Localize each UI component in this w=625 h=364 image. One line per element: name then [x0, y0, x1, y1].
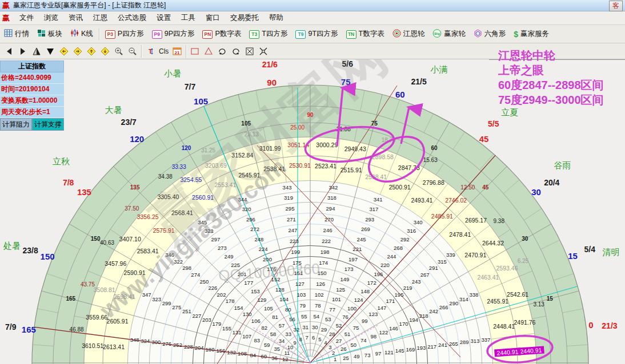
svg-text:323: 323 — [152, 296, 161, 302]
menu-trade-order[interactable]: 交易委托 — [225, 12, 264, 24]
svg-text:立秋: 立秋 — [53, 156, 70, 166]
svg-text:45: 45 — [479, 134, 489, 144]
tool-zoom-in[interactable] — [113, 45, 125, 58]
menu-formula-stock-pick[interactable]: 公式选股 — [113, 12, 151, 24]
svg-text:156: 156 — [216, 347, 225, 354]
svg-text:244: 244 — [387, 253, 396, 260]
svg-text:36: 36 — [271, 355, 278, 361]
toolbar-hexagon[interactable]: 六角形 — [470, 27, 510, 41]
menu-news[interactable]: 资讯 — [63, 12, 88, 24]
toolbar-p-number-table[interactable]: PNP数字表 — [198, 27, 245, 41]
svg-text:12.50: 12.50 — [460, 184, 475, 191]
svg-text:202: 202 — [217, 292, 226, 298]
svg-text:90: 90 — [267, 78, 277, 87]
hexagon-label: 六角形 — [484, 29, 506, 39]
tool-shift-right[interactable] — [71, 45, 84, 58]
tool-nav-left[interactable] — [3, 45, 15, 58]
svg-text:129: 129 — [257, 297, 266, 303]
svg-text:273: 273 — [218, 245, 227, 251]
tool-rotate-cw[interactable] — [216, 45, 229, 58]
svg-text:194: 194 — [409, 317, 418, 323]
toolbar-kline[interactable]: K线 — [66, 27, 97, 41]
toolbar-gann-wheel[interactable]: 江恩轮 — [388, 27, 429, 41]
toolbar-t-number-table[interactable]: TNT数字表 — [342, 27, 388, 41]
svg-text:296: 296 — [246, 216, 255, 223]
toolbar-sectors[interactable]: 板块 — [33, 27, 66, 41]
tool-draw-rect[interactable] — [189, 45, 201, 58]
toolbar-t-square[interactable]: T3T四方形 — [245, 27, 291, 41]
9t-square-icon: T9 — [295, 30, 306, 39]
menu-file[interactable]: 文件 — [14, 12, 39, 24]
tool-nav-right[interactable] — [17, 45, 29, 58]
svg-text:75: 75 — [371, 120, 378, 127]
svg-text:125: 125 — [336, 286, 345, 293]
tool-cls[interactable]: Cls — [157, 47, 170, 55]
svg-text:30: 30 — [531, 187, 541, 197]
sectors-icon — [37, 29, 46, 39]
svg-text:203: 203 — [202, 317, 211, 323]
svg-text:338: 338 — [469, 292, 478, 298]
svg-text:217: 217 — [427, 343, 436, 350]
svg-text:12: 12 — [282, 356, 289, 362]
toolbar-p-square[interactable]: P3P四方形 — [101, 27, 148, 41]
t-number-table-icon: TN — [346, 30, 356, 39]
tool-contract[interactable] — [257, 45, 270, 58]
menu-gann[interactable]: 江恩 — [88, 12, 113, 24]
svg-text:2448.41: 2448.41 — [493, 323, 515, 330]
tool-expand[interactable] — [243, 45, 256, 58]
svg-text:2746.02: 2746.02 — [445, 197, 467, 204]
svg-text:275: 275 — [172, 304, 181, 310]
svg-text:228: 228 — [184, 343, 193, 350]
index-info-row-0: 价格=2440.9099 — [0, 72, 64, 84]
svg-text:120: 120 — [182, 145, 191, 151]
svg-text:53: 53 — [325, 316, 331, 322]
svg-text:49: 49 — [354, 353, 360, 359]
svg-text:78: 78 — [315, 302, 321, 309]
svg-text:169: 169 — [406, 346, 415, 353]
svg-text:267: 267 — [420, 272, 430, 278]
toolbar-9t-square[interactable]: T99T四方形 — [291, 27, 342, 41]
menu-help[interactable]: 帮助 — [264, 12, 289, 24]
svg-text:317: 317 — [369, 206, 378, 212]
svg-text:242: 242 — [429, 308, 438, 314]
svg-text:50: 50 — [350, 342, 356, 348]
svg-text:99: 99 — [362, 318, 368, 324]
annotation-line-1: 上帝之眼 — [498, 63, 604, 78]
svg-text:2613.41: 2613.41 — [103, 343, 125, 350]
svg-text:246: 246 — [323, 227, 332, 233]
menu-settings[interactable]: 设置 — [151, 12, 176, 24]
svg-text:59: 59 — [264, 342, 270, 348]
tool-shift-down[interactable] — [99, 45, 111, 58]
customer-service-button[interactable]: 客 — [609, 1, 623, 11]
tool-rotate-ccw[interactable] — [230, 45, 242, 58]
gann-wheel-label: 江恩轮 — [403, 29, 425, 39]
tool-shift-left[interactable] — [58, 45, 70, 58]
tool-t-updown[interactable]: T — [144, 45, 157, 58]
tool-nav-down[interactable] — [44, 45, 57, 58]
svg-text:132: 132 — [227, 349, 236, 355]
svg-text:135: 135 — [130, 184, 140, 191]
annotation-line-2: 60度2847--2898区间 — [498, 78, 604, 92]
menu-tools[interactable]: 工具 — [176, 12, 201, 24]
toolbar-9p-square[interactable]: P99P四方形 — [148, 27, 199, 41]
calc-resistance-button[interactable]: 计算阻力 — [0, 118, 32, 131]
svg-text:清明: 清明 — [602, 247, 619, 257]
tool-zoom-out[interactable] — [126, 45, 139, 58]
svg-text:60: 60 — [261, 353, 267, 359]
calc-support-button[interactable]: 计算支撑 — [32, 118, 64, 131]
toolbar-quotes[interactable]: 行情 — [0, 27, 33, 41]
svg-text:2644.32: 2644.32 — [482, 240, 504, 246]
menu-browse[interactable]: 浏览 — [39, 12, 63, 24]
tool-calendar[interactable]: 21 — [171, 45, 183, 58]
menu-window[interactable]: 窗口 — [201, 12, 225, 24]
toolbar-winner-service[interactable]: $赢家服务 — [510, 27, 553, 41]
tool-draw-triangle[interactable] — [202, 45, 215, 58]
svg-text:343: 343 — [283, 184, 292, 191]
svg-text:9: 9 — [294, 339, 297, 346]
svg-text:2515.91: 2515.91 — [340, 167, 362, 173]
svg-text:1: 1 — [334, 356, 336, 362]
tool-nav-up[interactable] — [30, 45, 43, 58]
svg-text:155: 155 — [222, 325, 231, 331]
tool-shift-up[interactable] — [85, 45, 98, 58]
toolbar-winner-wheel[interactable]: Big赢家轮 — [428, 27, 470, 41]
